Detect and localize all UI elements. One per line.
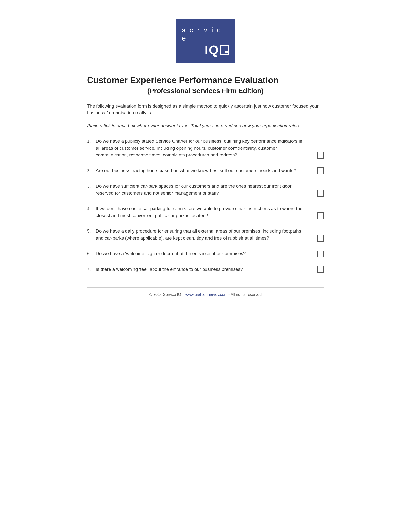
checkbox-4[interactable] xyxy=(317,212,324,219)
checkbox-6[interactable] xyxy=(317,250,324,257)
main-title: Customer Experience Performance Evaluati… xyxy=(87,75,324,85)
checkbox-wrapper-2 xyxy=(312,167,324,174)
checkbox-1[interactable] xyxy=(317,152,324,159)
question-item-7: 7. Is there a welcoming ‘feel’ about the… xyxy=(87,266,324,273)
footer: © 2014 Service IQ – www.grahamharvey.com… xyxy=(87,287,324,297)
question-text-4: If we don't have onsite car parking for … xyxy=(96,205,312,219)
footer-text-after-link: - All rights reserved xyxy=(227,292,262,296)
question-item-3: 3. Do we have sufficient car-park spaces… xyxy=(87,183,324,197)
question-number-1: 1. xyxy=(87,138,96,145)
question-number-2: 2. xyxy=(87,167,96,174)
logo: s e r v i c e IQ xyxy=(177,19,234,63)
checkbox-wrapper-7 xyxy=(312,266,324,273)
question-text-3: Do we have sufficient car-park spaces fo… xyxy=(96,183,312,197)
question-item-4: 4. If we don't have onsite car parking f… xyxy=(87,205,324,219)
question-item-6: 6. Do we have a ‘welcome’ sign or doorma… xyxy=(87,250,324,257)
checkbox-wrapper-6 xyxy=(312,250,324,257)
question-text-5: Do we have a daily procedure for ensurin… xyxy=(96,228,312,242)
checkbox-2[interactable] xyxy=(317,167,324,174)
question-text-2: Are our business trading hours based on … xyxy=(96,167,312,174)
logo-checkbox-icon xyxy=(220,46,229,55)
question-number-5: 5. xyxy=(87,228,96,235)
checkbox-7[interactable] xyxy=(317,266,324,273)
checkbox-wrapper-5 xyxy=(312,235,324,242)
checkbox-wrapper-3 xyxy=(312,190,324,197)
footer-link[interactable]: www.grahamharvey.com xyxy=(186,292,227,296)
question-number-4: 4. xyxy=(87,205,96,212)
logo-iq-text: IQ xyxy=(205,44,219,56)
question-item-5: 5. Do we have a daily procedure for ensu… xyxy=(87,228,324,242)
intro-paragraph: The following evaluation form is designe… xyxy=(87,103,324,116)
question-number-7: 7. xyxy=(87,266,96,273)
question-text-1: Do we have a publicly stated Service Cha… xyxy=(96,138,312,159)
question-item-2: 2. Are our business trading hours based … xyxy=(87,167,324,174)
logo-container: s e r v i c e IQ xyxy=(87,19,324,63)
checkbox-wrapper-1 xyxy=(312,152,324,159)
questions-list: 1. Do we have a publicly stated Service … xyxy=(87,138,324,273)
instruction-text: Place a tick in each box where your answ… xyxy=(87,122,324,129)
question-text-7: Is there a welcoming ‘feel’ about the en… xyxy=(96,266,312,273)
logo-service-text: s e r v i c e xyxy=(182,26,229,42)
question-item-1: 1. Do we have a publicly stated Service … xyxy=(87,138,324,159)
checkbox-wrapper-4 xyxy=(312,212,324,219)
question-number-3: 3. xyxy=(87,183,96,190)
page: s e r v i c e IQ Customer Experience Per… xyxy=(73,0,338,532)
footer-text-before-link: © 2014 Service IQ – xyxy=(149,292,186,296)
logo-iq-row: IQ xyxy=(182,44,229,56)
question-text-6: Do we have a ‘welcome’ sign or doormat a… xyxy=(96,250,312,257)
checkbox-5[interactable] xyxy=(317,235,324,242)
sub-title: (Professional Services Firm Edition) xyxy=(87,87,324,95)
question-number-6: 6. xyxy=(87,250,96,257)
checkbox-3[interactable] xyxy=(317,190,324,197)
